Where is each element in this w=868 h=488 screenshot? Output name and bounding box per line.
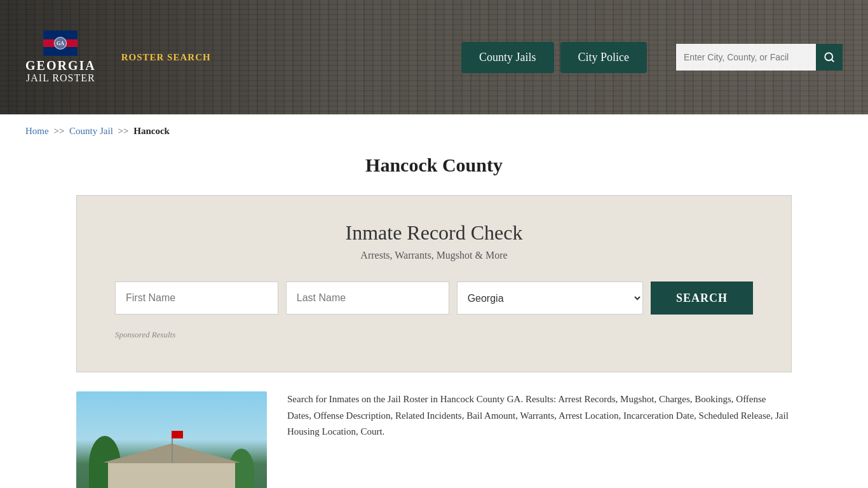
logo-line1: GEORGIA: [25, 58, 96, 72]
building-image: [76, 391, 267, 488]
building-shape: [108, 461, 235, 488]
header-search-bar: [676, 44, 843, 71]
page-title: Hancock County: [25, 154, 843, 176]
lower-section: Search for Inmates on the Jail Roster in…: [0, 372, 868, 488]
breadcrumb-current: Hancock: [133, 126, 170, 136]
breadcrumb-county-jail[interactable]: County Jail: [69, 126, 113, 136]
nav-area: ROSTER SEARCH County Jails City Police: [121, 42, 843, 73]
breadcrumb-home[interactable]: Home: [25, 126, 49, 136]
record-check-title: Inmate Record Check: [115, 221, 753, 245]
site-logo[interactable]: GA GEORGIA JAIL ROSTER: [25, 30, 96, 84]
search-icon: [824, 51, 835, 63]
svg-line-8: [831, 59, 833, 61]
flag-pole: [172, 437, 173, 463]
breadcrumb-sep1: >>: [53, 126, 64, 136]
flag: [172, 431, 183, 438]
inmate-record-box: Inmate Record Check Arrests, Warrants, M…: [76, 195, 792, 372]
nav-buttons: County Jails City Police: [461, 42, 647, 73]
breadcrumb-sep2: >>: [118, 126, 129, 136]
record-check-subtitle: Arrests, Warrants, Mugshot & More: [115, 250, 753, 261]
first-name-input[interactable]: [115, 281, 278, 315]
header-search-button[interactable]: [816, 44, 843, 71]
breadcrumb: Home >> County Jail >> Hancock: [0, 114, 868, 148]
svg-text:GA: GA: [57, 41, 64, 46]
georgia-flag-icon: GA: [43, 30, 78, 56]
roster-search-link[interactable]: ROSTER SEARCH: [121, 52, 211, 63]
city-police-button[interactable]: City Police: [560, 42, 648, 73]
record-search-form: AlabamaAlaskaArizonaArkansasCaliforniaCo…: [115, 281, 753, 315]
last-name-input[interactable]: [286, 281, 449, 315]
page-title-section: Hancock County: [0, 148, 868, 195]
logo-text-block: GEORGIA JAIL ROSTER: [25, 58, 96, 84]
logo-line2: JAIL ROSTER: [25, 72, 96, 84]
county-jails-button[interactable]: County Jails: [461, 42, 554, 73]
header-search-input[interactable]: [676, 44, 816, 71]
record-search-button[interactable]: SEARCH: [651, 281, 753, 315]
site-header: GA GEORGIA JAIL ROSTER ROSTER SEARCH Cou…: [0, 0, 868, 114]
state-select[interactable]: AlabamaAlaskaArizonaArkansasCaliforniaCo…: [457, 281, 643, 315]
county-description: Search for Inmates on the Jail Roster in…: [287, 391, 792, 440]
sponsored-results-label: Sponsored Results: [115, 330, 753, 340]
